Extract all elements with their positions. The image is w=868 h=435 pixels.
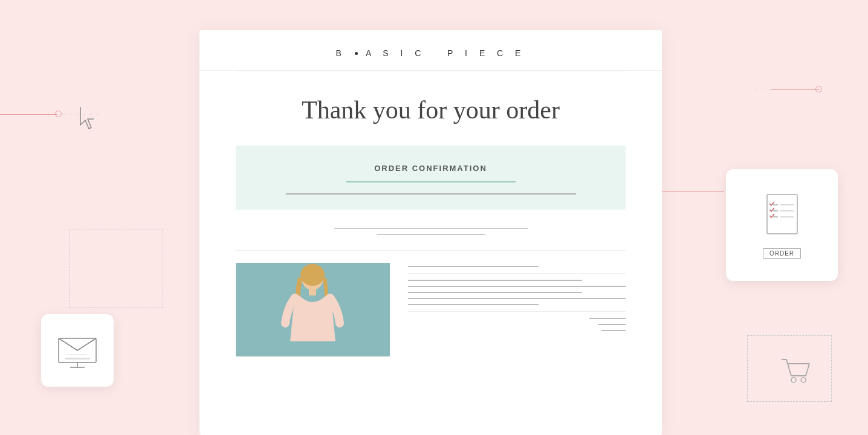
- svg-rect-1: [65, 358, 90, 359]
- deco-dashed-rect-left: [70, 230, 163, 308]
- email-card: [41, 314, 114, 387]
- product-detail-line-3: [408, 286, 626, 287]
- product-detail-line-6: [408, 304, 539, 305]
- product-detail-line-4: [408, 292, 582, 293]
- product-details: [408, 263, 626, 356]
- price-line-2: [598, 324, 626, 325]
- svg-point-16: [300, 264, 325, 286]
- product-image: [236, 263, 390, 356]
- price-area: [408, 318, 626, 331]
- product-detail-line-5: [408, 298, 626, 299]
- svg-point-13: [801, 378, 806, 382]
- thank-you-title: Thank you for your order: [236, 95, 626, 124]
- product-woman-svg: [236, 263, 390, 356]
- cursor-icon: [70, 100, 106, 136]
- product-section: [236, 263, 626, 356]
- deco-dashed-rect-right: [747, 335, 832, 402]
- confirmation-underline-1: [346, 181, 516, 182]
- confirmation-box: ORDER CONFIRMATION: [236, 146, 626, 210]
- deco-line-left: [0, 114, 57, 115]
- svg-point-12: [791, 378, 796, 382]
- deco-dots-left: - - - - - -: [63, 111, 100, 117]
- cart-icon: [780, 356, 814, 387]
- email-header: B A S I C P I E C E: [199, 30, 662, 71]
- detail-divider-2: [408, 311, 626, 312]
- email-template-card: B A S I C P I E C E Thank you for your o…: [199, 30, 662, 435]
- svg-rect-5: [767, 195, 797, 234]
- content-divider: [236, 250, 626, 251]
- text-line-2: [377, 234, 485, 235]
- svg-rect-2: [68, 354, 87, 355]
- email-icon: [56, 332, 99, 369]
- price-line-3: [601, 330, 626, 331]
- text-placeholder-area: [236, 228, 626, 235]
- deco-circle-right: [815, 86, 822, 92]
- brand-logo: B A S I C P I E C E: [236, 48, 626, 58]
- text-line-1: [334, 228, 528, 229]
- confirmation-underline-2: [286, 193, 576, 195]
- confirmation-label: ORDER CONFIRMATION: [260, 164, 601, 173]
- product-detail-line-2: [408, 280, 582, 281]
- deco-line-right: [771, 89, 820, 90]
- email-body: Thank you for your order ORDER CONFIRMAT…: [199, 71, 662, 375]
- detail-divider-1: [408, 273, 626, 274]
- order-card: ORDER: [726, 169, 838, 281]
- svg-rect-0: [59, 338, 96, 362]
- product-detail-line-1: [408, 266, 539, 267]
- order-list-icon: [761, 192, 803, 242]
- deco-circle-left: [55, 111, 62, 117]
- deco-dots-right: - - - -: [748, 86, 772, 92]
- order-button-label[interactable]: ORDER: [763, 248, 801, 259]
- svg-rect-17: [309, 288, 316, 295]
- price-line-1: [589, 318, 626, 319]
